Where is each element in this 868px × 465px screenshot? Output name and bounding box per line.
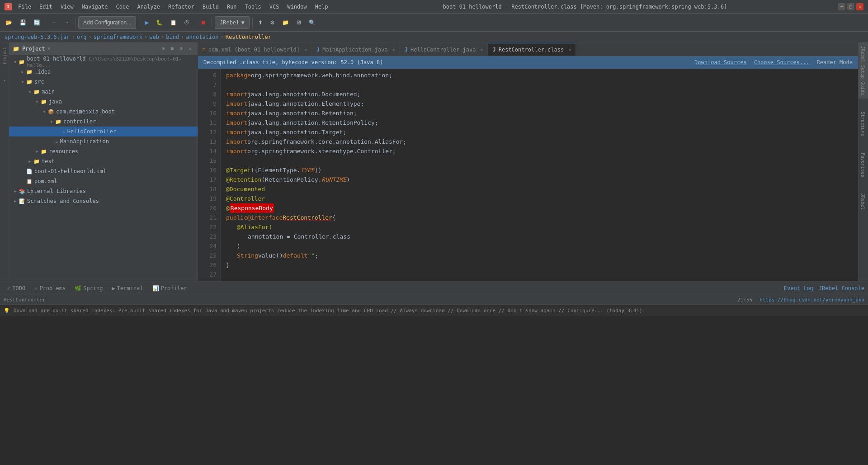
tab-close-hello[interactable]: ✕ (480, 47, 483, 52)
project-locate-button[interactable]: ⊕ (160, 45, 167, 52)
tree-item-package[interactable]: ▼ 📦 com.meimeixia.boot (9, 107, 198, 117)
toolbar-refresh-button[interactable]: 🔄 (31, 16, 43, 29)
breadcrumb-sep-2: › (88, 34, 91, 40)
profile-button[interactable]: ⏱ (181, 16, 192, 29)
menu-analyze[interactable]: Analyze (133, 3, 164, 11)
reader-mode-link[interactable]: Reader Mode (817, 59, 853, 66)
tab-pom[interactable]: m pom.xml (boot-01-helloworld) ✕ (198, 43, 312, 56)
download-sources-link[interactable]: Download Sources (694, 59, 747, 66)
menu-navigate[interactable]: Navigate (78, 3, 112, 11)
project-collapse-button[interactable]: ≡ (169, 45, 176, 52)
code-editor[interactable]: 6 7 8 9 10 11 12 13 14 15 16 17 18 19 20… (198, 69, 858, 281)
breadcrumb-springframework[interactable]: springframework (94, 34, 142, 40)
tab-label-main: MainApplication.java (322, 47, 388, 53)
tab-icon-rest: J (492, 47, 495, 53)
code-content[interactable]: → package org.springframework.web.bind.a… (221, 69, 858, 281)
tree-item-test[interactable]: ▶ 📁 test (9, 156, 198, 166)
structure-label[interactable]: Structure (859, 108, 868, 140)
project-tool-label[interactable]: Project (1, 44, 8, 67)
project-icon: 📁 (13, 46, 19, 52)
tree-item-main[interactable]: ▼ 📁 main (9, 87, 198, 97)
menu-file[interactable]: File (14, 3, 35, 11)
menu-run[interactable]: Run (223, 3, 241, 11)
left-tool-strip: Project ★ (0, 42, 9, 281)
line-num-22: 22 (198, 222, 217, 232)
favorites-label[interactable]: Favorites (859, 149, 868, 181)
menu-window[interactable]: Window (283, 3, 310, 11)
jrebel-setup-label[interactable]: JRebel Setup Guide (859, 42, 868, 99)
tree-item-java[interactable]: ▼ 📁 java (9, 97, 198, 107)
tree-item-resources[interactable]: ▶ 📁 resources (9, 146, 198, 156)
tree-item-pom[interactable]: ▶ 📋 pom.xml (9, 176, 198, 186)
app-icon: I (5, 3, 12, 10)
bottom-tab-spring[interactable]: 🌿 Spring (71, 283, 106, 294)
status-url[interactable]: https://blog.csdn.net/yerenyuan_pku (760, 297, 864, 303)
toolbar-forward-button[interactable]: → (61, 16, 72, 29)
tab-hello[interactable]: J HelloController.java ✕ (400, 43, 488, 56)
breadcrumb-jar[interactable]: spring-web-5.3.6.jar (5, 34, 70, 40)
tree-item-external-libs[interactable]: ▶ 📚 External Libraries (9, 186, 198, 196)
jrebel-dropdown[interactable]: JRebel ▼ (215, 16, 250, 29)
bottom-tab-todo[interactable]: ✓ TODO (4, 283, 29, 294)
toolbar-open-button[interactable]: 📂 (3, 16, 15, 29)
tree-item-src[interactable]: ▼ 📁 src (9, 77, 198, 87)
breadcrumb-org[interactable]: org (77, 34, 87, 40)
tree-label-package: com.meimeixia.boot (56, 108, 115, 115)
expand-arrow-idea: ▶ (20, 69, 25, 75)
breadcrumb-bind[interactable]: bind (166, 34, 179, 40)
tab-main[interactable]: J MainApplication.java ✕ (312, 43, 400, 56)
jrebel-console-link[interactable]: JRebel Console (819, 285, 864, 291)
debug-button[interactable]: 🐛 (153, 16, 165, 29)
dropdown-icon: ▼ (48, 46, 51, 51)
menu-code[interactable]: Code (113, 3, 133, 11)
bottom-tab-profiler[interactable]: 📊 Profiler (149, 283, 191, 294)
menu-tools[interactable]: Tools (241, 3, 265, 11)
tab-close-rest[interactable]: ✕ (568, 47, 571, 52)
tab-close-main[interactable]: ✕ (392, 47, 395, 52)
breadcrumb-annotation[interactable]: annotation (186, 34, 218, 40)
tree-item-hellocontroller[interactable]: ▶ ☕ HelloController (9, 127, 198, 136)
jrebel-label: JRebel (220, 19, 239, 26)
toolbar-save-button[interactable]: 💾 (17, 16, 29, 29)
tab-close-pom[interactable]: ✕ (304, 47, 307, 52)
choose-sources-link[interactable]: Choose Sources... (754, 59, 810, 66)
project-settings-button[interactable]: ⚙ (178, 45, 185, 52)
line-num-17: 17 (198, 175, 217, 184)
toolbar-back-button[interactable]: ← (49, 16, 60, 29)
event-log-link[interactable]: Event Log (784, 285, 813, 291)
jrebel-side-label[interactable]: JRebel (859, 190, 868, 213)
bottom-tab-problems[interactable]: ⚠ Problems (31, 283, 69, 294)
tab-label-pom: pom.xml (boot-01-helloworld) (208, 47, 300, 53)
tree-item-scratches[interactable]: ▶ 📝 Scratches and Consoles (9, 196, 198, 206)
toolbar-terminal-button[interactable]: 🖥 (293, 16, 304, 29)
menu-edit[interactable]: Edit (36, 3, 56, 11)
folder-icon: 📂 (5, 19, 12, 26)
toolbar-update-button[interactable]: ⬆ (255, 16, 265, 29)
toolbar-vcs-button[interactable]: 📁 (279, 16, 292, 29)
code-line-14: import org.springframework.stereotype.Co… (226, 146, 853, 156)
menu-help[interactable]: Help (311, 3, 332, 11)
stop-button[interactable]: ⏹ (198, 16, 209, 29)
menu-refactor[interactable]: Refactor (165, 3, 198, 11)
tab-rest[interactable]: J RestController.class ✕ (488, 43, 576, 56)
menu-view[interactable]: View (57, 3, 77, 11)
close-button[interactable]: ✕ (856, 3, 863, 10)
tree-item-mainapplication[interactable]: ▶ ☕ MainApplication (9, 136, 198, 146)
menu-vcs[interactable]: VCS (266, 3, 283, 11)
breadcrumb-web[interactable]: web (149, 34, 159, 40)
minimize-button[interactable]: ─ (838, 3, 845, 10)
tree-item-iml[interactable]: ▶ 📄 boot-01-helloworld.iml (9, 166, 198, 176)
menu-build[interactable]: Build (199, 3, 222, 11)
coverage-button[interactable]: 📋 (167, 16, 179, 29)
project-close-button[interactable]: ✕ (187, 45, 194, 52)
tree-item-idea[interactable]: ▶ 📁 .idea (9, 67, 198, 77)
maximize-button[interactable]: □ (847, 3, 854, 10)
bottom-tab-terminal[interactable]: ▶ Terminal (108, 283, 147, 294)
toolbar-search-button[interactable]: 🔍 (306, 16, 318, 29)
bookmark-tool-label[interactable]: ★ (1, 76, 8, 86)
add-configuration-button[interactable]: Add Configuration... (78, 16, 136, 29)
tree-item-controller[interactable]: ▼ 📁 controller (9, 117, 198, 127)
run-button[interactable]: ▶ (142, 16, 151, 29)
toolbar-settings-button[interactable]: ⚙ (267, 16, 278, 29)
tree-item-root[interactable]: ▼ 📁 boot-01-helloworld C:\Users\32120\De… (9, 57, 198, 67)
